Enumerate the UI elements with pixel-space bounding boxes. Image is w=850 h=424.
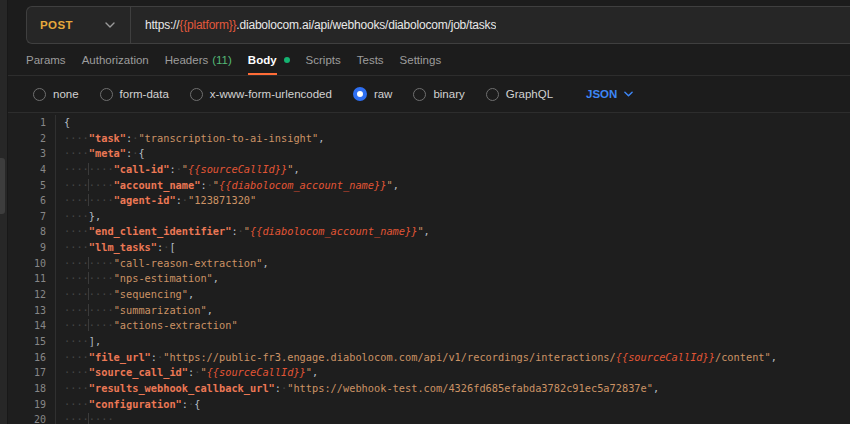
radio-label: raw bbox=[374, 88, 393, 100]
tab-params[interactable]: Params bbox=[26, 44, 66, 75]
url-input[interactable]: https://{{platform}}.diabolocom.ai/api/w… bbox=[131, 7, 496, 43]
json-punctuation: , bbox=[312, 366, 318, 378]
whitespace-dots: ···· bbox=[88, 272, 114, 284]
json-string: "https://public-fr3.engage.diabolocom.co… bbox=[163, 351, 616, 363]
json-punctuation: , bbox=[293, 163, 299, 175]
json-punctuation: { bbox=[138, 147, 144, 159]
json-string: "nps-estimation" bbox=[114, 272, 213, 284]
template-variable: {{sourceCallId}} bbox=[207, 366, 306, 378]
code-text: ····"results_webhook_callback_url":·"htt… bbox=[56, 381, 659, 397]
json-string: "transcription-to-ai-insight" bbox=[138, 132, 318, 144]
body-type-binary[interactable]: binary bbox=[413, 88, 464, 101]
radio-icon bbox=[353, 87, 367, 101]
code-text: ····"task":·"transcription-to-ai-insight… bbox=[56, 131, 324, 147]
json-punctuation: , bbox=[188, 288, 194, 300]
body-type-none[interactable]: none bbox=[33, 88, 79, 101]
method-selector[interactable]: POST bbox=[27, 7, 130, 43]
json-key: "task" bbox=[89, 132, 126, 144]
tab-label: Settings bbox=[400, 44, 442, 75]
tab-scripts[interactable]: Scripts bbox=[306, 44, 341, 75]
code-line: 6········"agent-id":·"123871320" bbox=[8, 193, 850, 209]
request-url-row: POST https://{{platform}}.diabolocom.ai/… bbox=[8, 0, 850, 44]
code-line: 3····"meta":·{ bbox=[8, 146, 850, 162]
json-punctuation: , bbox=[393, 179, 399, 191]
tab-label: Scripts bbox=[306, 44, 341, 75]
url-template-variable: {{platform}} bbox=[179, 18, 236, 32]
code-line: 5········"account_name":·"{{diabolocom_a… bbox=[8, 178, 850, 194]
json-punctuation: , bbox=[262, 257, 268, 269]
tab-settings[interactable]: Settings bbox=[400, 44, 442, 75]
code-line: 7····}, bbox=[8, 209, 850, 225]
radio-label: binary bbox=[433, 88, 464, 100]
json-punctuation: , bbox=[207, 304, 213, 316]
json-punctuation: , bbox=[771, 351, 777, 363]
whitespace-dots: ···· bbox=[64, 319, 89, 331]
whitespace-dots: ···· bbox=[88, 304, 114, 316]
tab-tests[interactable]: Tests bbox=[357, 44, 384, 75]
line-number: 19 bbox=[8, 397, 56, 413]
whitespace-dots: ···· bbox=[64, 413, 89, 424]
line-number: 15 bbox=[8, 334, 56, 350]
chevron-down-icon bbox=[624, 91, 633, 97]
whitespace-dots: ···· bbox=[88, 319, 114, 331]
code-text: ····"configuration":·{ bbox=[56, 397, 200, 413]
sidebar-drag-handle[interactable] bbox=[0, 158, 5, 214]
json-key: "file_url" bbox=[89, 351, 151, 363]
code-line: 12········"sequencing", bbox=[8, 287, 850, 303]
whitespace-dots: ···· bbox=[64, 225, 89, 237]
json-punctuation: , bbox=[318, 132, 324, 144]
line-number: 20 bbox=[8, 412, 56, 424]
code-text: ····"file_url":·"https://public-fr3.enga… bbox=[56, 350, 777, 366]
radio-icon bbox=[100, 88, 113, 101]
whitespace-dots: ···· bbox=[88, 163, 114, 175]
json-punctuation: [ bbox=[169, 241, 175, 253]
body-editor[interactable]: 1{2····"task":·"transcription-to-ai-insi… bbox=[8, 112, 850, 424]
code-text: ····], bbox=[56, 334, 101, 350]
tab-label: Headers bbox=[165, 44, 208, 75]
line-number: 11 bbox=[8, 271, 56, 287]
whitespace-dots: ···· bbox=[64, 382, 89, 394]
tab-headers[interactable]: Headers(11) bbox=[165, 44, 232, 75]
body-type-x-www-form-urlencoded[interactable]: x-www-form-urlencoded bbox=[190, 88, 332, 101]
whitespace-dots: ···· bbox=[64, 335, 89, 347]
url-segment: https:// bbox=[145, 18, 179, 32]
tab-body[interactable]: Body bbox=[248, 44, 290, 75]
code-line: 9····"llm_tasks":·[ bbox=[8, 240, 850, 256]
line-number: 8 bbox=[8, 224, 56, 240]
line-number: 3 bbox=[8, 146, 56, 162]
radio-label: x-www-form-urlencoded bbox=[210, 88, 332, 100]
body-type-raw[interactable]: raw bbox=[353, 87, 393, 101]
tab-authorization[interactable]: Authorization bbox=[82, 44, 149, 75]
whitespace-dots: ···· bbox=[88, 288, 114, 300]
json-string: /content" bbox=[715, 351, 771, 363]
whitespace-dots: ···· bbox=[64, 288, 89, 300]
body-type-form-data[interactable]: form-data bbox=[100, 88, 169, 101]
json-punctuation: , bbox=[653, 382, 659, 394]
body-type-options: noneform-datax-www-form-urlencodedrawbin… bbox=[33, 87, 553, 101]
json-punctuation: , bbox=[213, 272, 219, 284]
sidebar-edge bbox=[0, 0, 8, 424]
language-selector[interactable]: JSON bbox=[586, 88, 633, 100]
code-text: ····}, bbox=[56, 209, 101, 225]
code-line: 18····"results_webhook_callback_url":·"h… bbox=[8, 381, 850, 397]
template-variable: {{sourceCallId}} bbox=[188, 163, 287, 175]
json-key: "meta" bbox=[89, 147, 126, 159]
whitespace-dots: ···· bbox=[64, 163, 89, 175]
code-line: 13········"summarization", bbox=[8, 303, 850, 319]
url-segment: .diabolocom.ai/api/webhooks/diabolocom/j… bbox=[236, 18, 496, 32]
api-client-request-panel: POST https://{{platform}}.diabolocom.ai/… bbox=[0, 0, 850, 424]
tab-label: Tests bbox=[357, 44, 384, 75]
radio-label: GraphQL bbox=[506, 88, 553, 100]
code-text: ········"call-reason-extraction", bbox=[56, 256, 269, 272]
body-type-graphql[interactable]: GraphQL bbox=[486, 88, 553, 101]
whitespace-dots: ···· bbox=[64, 194, 89, 206]
code-line: 10········"call-reason-extraction", bbox=[8, 256, 850, 272]
json-key: "configuration" bbox=[89, 398, 182, 410]
code-text: ········"sequencing", bbox=[56, 287, 194, 303]
whitespace-dots: ···· bbox=[64, 179, 89, 191]
json-punctuation: , bbox=[424, 225, 430, 237]
code-text: ········"account_name":·"{{diabolocom_ac… bbox=[56, 178, 399, 194]
json-punctuation: { bbox=[64, 116, 70, 128]
json-string: "https://webhook-test.com/4326fd685efabd… bbox=[287, 382, 653, 394]
json-key: "results_webhook_callback_url" bbox=[89, 382, 275, 394]
